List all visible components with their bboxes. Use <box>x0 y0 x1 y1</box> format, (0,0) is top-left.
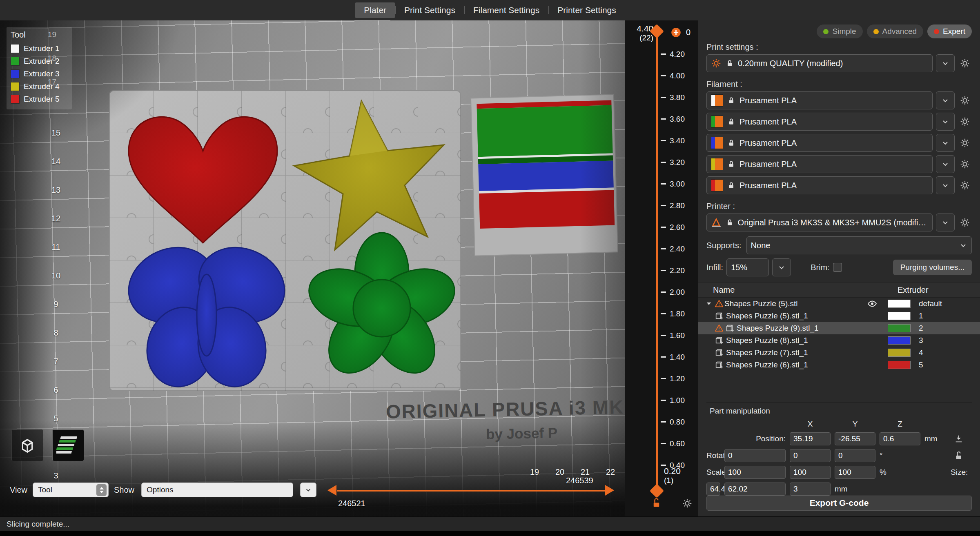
layer-slider-bottom-handle[interactable] <box>650 484 664 498</box>
layer-tick[interactable]: 3.20 <box>661 151 685 173</box>
filament-dropdown-button[interactable] <box>936 113 955 131</box>
printer-dropdown-button[interactable] <box>936 214 955 231</box>
expander-icon[interactable] <box>704 300 714 307</box>
filament-gear-button[interactable] <box>958 178 972 192</box>
extruder-swatch[interactable] <box>888 361 919 369</box>
layer-tick[interactable]: 3.40 <box>661 130 685 151</box>
print-settings-gear-button[interactable] <box>958 56 972 70</box>
object-row[interactable]: Shapes Puzzle (5).stl_1 1 <box>698 310 980 322</box>
extruder-swatch[interactable] <box>888 324 919 332</box>
filament-combo[interactable]: Prusament PLA <box>706 155 933 173</box>
object-row[interactable]: Shapes Puzzle (9).stl_1 2 <box>698 322 980 334</box>
move-range-slider[interactable] <box>337 490 607 492</box>
value-x-field[interactable]: 64.43 <box>706 483 720 496</box>
layer-tick[interactable]: 4.20 <box>661 43 685 65</box>
slider-lock-icon[interactable] <box>651 497 662 508</box>
layer-tick[interactable]: 1.00 <box>661 389 685 411</box>
extruder-value[interactable]: 2 <box>919 324 980 333</box>
main-tab[interactable]: Plater <box>355 2 395 18</box>
value-y-field[interactable]: -26.55 <box>835 432 875 445</box>
extruder-value[interactable]: 3 <box>919 336 980 345</box>
supports-select[interactable]: None <box>746 236 972 254</box>
filament-gear-button[interactable] <box>958 136 972 150</box>
layer-tick[interactable]: 3.00 <box>661 173 685 195</box>
filament-combo[interactable]: Prusament PLA <box>706 113 933 131</box>
bed-scene[interactable]: ORIGINAL PRUSA i3 MK by Josef P Tool Ext… <box>0 20 625 516</box>
view-3d-button[interactable] <box>11 429 43 461</box>
layer-tick[interactable]: 1.20 <box>661 368 685 389</box>
value-x-field[interactable]: 100 <box>724 466 786 479</box>
move-slider-right-handle[interactable] <box>605 485 614 496</box>
layer-tick[interactable]: 1.60 <box>661 325 685 346</box>
value-z-field[interactable]: 0 <box>835 449 875 462</box>
slider-settings-gear-icon[interactable] <box>682 498 693 509</box>
filament-combo[interactable]: Prusament PLA <box>706 134 933 152</box>
add-color-change-icon[interactable] <box>670 27 682 38</box>
filament-dropdown-button[interactable] <box>936 91 955 109</box>
extruder-swatch[interactable] <box>888 312 919 320</box>
purging-volumes-button[interactable]: Purging volumes... <box>893 260 972 275</box>
object-row[interactable]: Shapes Puzzle (8).stl_1 3 <box>698 334 980 347</box>
filament-gear-button[interactable] <box>958 115 972 129</box>
print-settings-combo[interactable]: 0.20mm QUALITY (modified) <box>706 54 933 72</box>
extruder-value[interactable]: 4 <box>919 348 980 357</box>
layer-tick[interactable]: 4.00 <box>661 65 685 87</box>
extruder-swatch[interactable] <box>888 336 919 345</box>
layer-tick[interactable]: 1.80 <box>661 303 685 325</box>
print-settings-dropdown-button[interactable] <box>936 54 955 72</box>
main-tab[interactable]: Print Settings <box>395 2 464 18</box>
object-row[interactable]: Shapes Puzzle (7).stl_1 4 <box>698 347 980 359</box>
main-tab[interactable]: Printer Settings <box>548 2 625 18</box>
filament-dropdown-button[interactable] <box>936 176 955 194</box>
filament-combo[interactable]: Prusament PLA <box>706 91 933 109</box>
value-y-field[interactable]: 0 <box>790 449 831 462</box>
uniform-scale-lock-icon[interactable] <box>951 451 967 460</box>
drop-to-bed-icon[interactable] <box>951 434 967 443</box>
extruder-swatch[interactable] <box>888 349 919 357</box>
eye-icon[interactable] <box>867 299 888 309</box>
filament-gear-button[interactable] <box>958 157 972 171</box>
move-slider-left-handle[interactable] <box>327 485 336 496</box>
filament-dropdown-button[interactable] <box>936 134 955 152</box>
brim-checkbox[interactable] <box>833 263 842 272</box>
main-tab[interactable]: Filament Settings <box>464 2 548 18</box>
export-gcode-button[interactable]: Export G-code <box>706 496 972 511</box>
printer-gear-button[interactable] <box>958 216 972 229</box>
value-x-field[interactable]: 35.19 <box>790 432 831 445</box>
filament-gear-button[interactable] <box>958 93 972 107</box>
layer-tick[interactable]: 0.80 <box>661 411 685 433</box>
layer-tick[interactable]: 1.40 <box>661 346 685 368</box>
infill-dropdown-button[interactable] <box>772 258 791 276</box>
extruder-swatch[interactable] <box>888 300 919 308</box>
extruder-value[interactable]: default <box>919 299 980 308</box>
infill-select[interactable]: 15% <box>726 258 769 276</box>
extruder-value[interactable]: 1 <box>919 311 980 320</box>
layer-slider-track[interactable] <box>656 30 658 491</box>
view-layers-button[interactable] <box>52 429 84 461</box>
layer-tick[interactable]: 2.80 <box>661 195 685 216</box>
extruder-value[interactable]: 5 <box>919 360 980 369</box>
show-select[interactable]: Options <box>141 483 293 497</box>
sliced-preview-block[interactable] <box>471 94 618 256</box>
object-row[interactable]: Shapes Puzzle (6).stl_1 5 <box>698 359 980 371</box>
layer-tick[interactable]: 2.20 <box>661 260 685 281</box>
value-y-field[interactable]: 62.02 <box>724 483 786 496</box>
layer-tick[interactable]: 3.80 <box>661 87 685 108</box>
mode-button[interactable]: Advanced <box>867 24 924 38</box>
mode-button[interactable]: Simple <box>817 24 862 38</box>
layer-tick[interactable]: 0.60 <box>661 433 685 454</box>
printer-combo[interactable]: Original Prusa i3 MK3S & MK3S+ MMU2S (mo… <box>706 214 933 231</box>
show-options-dropdown-button[interactable] <box>300 483 316 497</box>
layer-tick[interactable]: 2.40 <box>661 238 685 260</box>
value-x-field[interactable]: 0 <box>724 449 786 462</box>
layer-tick[interactable]: 3.60 <box>661 108 685 130</box>
mode-button[interactable]: Expert <box>927 24 972 38</box>
layer-tick[interactable]: 2.00 <box>661 281 685 303</box>
filament-combo[interactable]: Prusament PLA <box>706 176 933 194</box>
value-z-field[interactable]: 0.6 <box>880 432 920 445</box>
value-y-field[interactable]: 100 <box>790 466 831 479</box>
view-select[interactable]: Tool <box>33 483 109 497</box>
value-z-field[interactable]: 100 <box>835 466 875 479</box>
layer-tick[interactable]: 2.60 <box>661 216 685 238</box>
filament-dropdown-button[interactable] <box>936 155 955 173</box>
